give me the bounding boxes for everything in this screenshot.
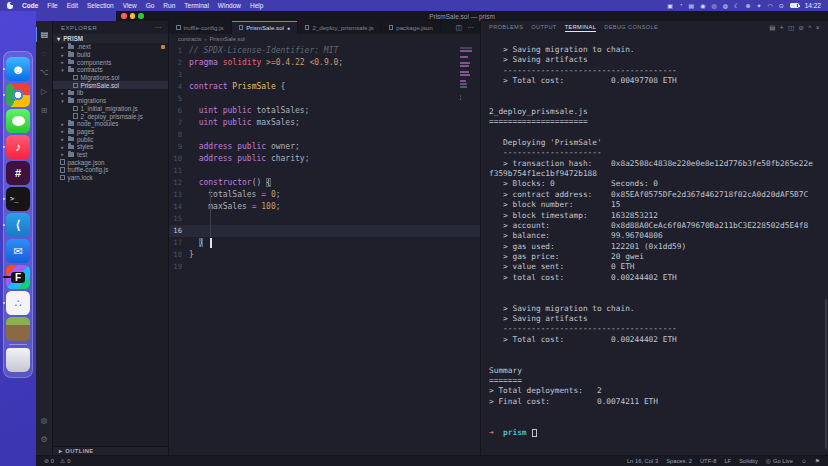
tab-truffle-config.js[interactable]: truffle-config.js [169, 21, 232, 34]
close-panel-icon[interactable]: × [816, 24, 820, 32]
apple-menu-icon[interactable] [7, 2, 13, 9]
project-section-header[interactable]: ▾ PRISM [53, 34, 168, 43]
tree-item-public[interactable]: ▸public [53, 135, 168, 143]
terminal-output[interactable]: > Saving migration to chain. > Saving ar… [481, 34, 828, 455]
control-center-icon[interactable]: ⊙ [779, 2, 784, 9]
keyboard-icon[interactable]: ▤ [689, 2, 695, 9]
dock-app-figma-icon[interactable]: F [6, 265, 30, 289]
menu-item-terminal[interactable]: Terminal [184, 2, 209, 9]
run-debug-icon[interactable]: ▷ [36, 84, 53, 99]
go-live[interactable]: ◎Go Live [766, 458, 793, 464]
tree-item-node_modules[interactable]: ▸node_modules [53, 120, 168, 128]
dock-app-mail-icon[interactable]: ✉ [6, 239, 30, 263]
account-icon[interactable]: ◍ [36, 413, 53, 428]
minimap[interactable] [460, 47, 478, 104]
kill-terminal-icon[interactable]: ⊘ [798, 24, 804, 32]
panel-tab-debug-console[interactable]: DEBUG CONSOLE [604, 24, 658, 31]
dock-app-messages-icon[interactable] [6, 109, 30, 133]
cursor-position[interactable]: Ln 16, Col 3 [627, 458, 658, 464]
split-terminal-icon[interactable]: ◫ [788, 24, 795, 32]
minimize-window-button[interactable] [130, 13, 136, 19]
bell-icon[interactable]: ⚑ [815, 458, 820, 464]
search-icon[interactable]: ◌ [36, 46, 53, 61]
chat-icon[interactable]: ◍ [723, 2, 728, 9]
layout-icon[interactable]: ▤ [769, 24, 776, 32]
outline-section[interactable]: ▸ OUTLINE [53, 446, 168, 455]
dock-app-chrome-icon[interactable] [6, 83, 30, 107]
tab-2_deploy_prismsale.js[interactable]: 2_deploy_prismsale.js [298, 21, 382, 34]
tree-item-migrations[interactable]: ▾migrations [53, 97, 168, 105]
dock-app-trash-icon[interactable] [6, 348, 30, 372]
menu-item-file[interactable]: File [47, 2, 57, 9]
explorer-icon[interactable]: ▤ [36, 27, 53, 42]
record-icon[interactable]: ◉ [700, 2, 705, 9]
menu-item-code[interactable]: Code [22, 2, 38, 9]
tab-package.json[interactable]: package.json [382, 21, 441, 34]
menu-item-help[interactable]: Help [250, 2, 263, 9]
tree-item-1_initial_migration.js[interactable]: 1_initial_migration.js [53, 105, 168, 113]
maximize-panel-icon[interactable]: ^ [808, 24, 811, 32]
tree-item-lib[interactable]: ▸lib [53, 89, 168, 97]
language-mode[interactable]: Solidity [739, 458, 758, 464]
tree-item-components[interactable]: ▸components [53, 58, 168, 66]
stats-icon[interactable]: ◔ [679, 2, 683, 9]
shortcuts-icon[interactable]: ✦ [756, 2, 761, 9]
tree-item-contracts[interactable]: ▾contracts [53, 66, 168, 74]
menu-item-edit[interactable]: Edit [67, 2, 78, 9]
encoding[interactable]: UTF-8 [700, 458, 716, 464]
terminal-scrollbar[interactable] [825, 299, 828, 449]
tree-item-truffle-config.js[interactable]: truffle-config.js [53, 166, 168, 174]
tree-item-PrismSale.sol[interactable]: PrismSale.sol [53, 81, 168, 89]
tree-item-build[interactable]: ▸build [53, 51, 168, 59]
split-editor-icon[interactable]: ◫ [455, 24, 462, 32]
tree-item-yarn.lock[interactable]: yarn.lock [53, 174, 168, 182]
screen-mirroring-icon[interactable]: ▣ [667, 2, 673, 9]
panel-tab-terminal[interactable]: TERMINAL [565, 24, 596, 31]
dock-app-finder-icon[interactable]: ☻ [6, 57, 30, 81]
breadcrumb-item[interactable]: PrismSale.sol [209, 36, 244, 42]
dock-app-vscode-icon[interactable]: ⟨ [6, 213, 30, 237]
eol[interactable]: LF [724, 458, 731, 464]
menu-item-view[interactable]: View [123, 2, 137, 9]
warnings-indicator[interactable]: ⚠0 [60, 458, 70, 464]
close-window-button[interactable] [121, 13, 127, 19]
tree-item-package.json[interactable]: package.json [53, 158, 168, 166]
app-status-icon[interactable]: ◎ [711, 2, 716, 9]
cancel-icon[interactable]: ⊗ [745, 2, 750, 9]
dock-app-purple-app-icon[interactable]: ∴ [6, 291, 30, 315]
tab-PrismSale.sol[interactable]: PrismSale.sol● [232, 21, 298, 34]
breadcrumb[interactable]: contracts›PrismSale.sol [169, 34, 480, 43]
tree-item-pages[interactable]: ▸pages [53, 128, 168, 136]
panel-tab-problems[interactable]: PROBLEMS [489, 24, 523, 31]
feedback-icon[interactable]: ☺ [801, 458, 807, 464]
indentation[interactable]: Spaces: 2 [666, 458, 692, 464]
extensions-icon[interactable]: ⊞ [36, 103, 53, 118]
errors-indicator[interactable]: ⊘0 [44, 458, 54, 464]
dock-app-terminal-icon[interactable]: >_ [6, 187, 30, 211]
do-not-disturb-icon[interactable]: ☾ [734, 2, 739, 9]
tree-item-.next[interactable]: ▸.next [53, 43, 168, 51]
new-terminal-icon[interactable]: + [780, 24, 784, 32]
tree-item-Migrations.sol[interactable]: Migrations.sol [53, 74, 168, 82]
breadcrumb-item[interactable]: contracts [178, 36, 202, 42]
dock-app-minecraft-icon[interactable] [6, 317, 30, 341]
menu-item-go[interactable]: Go [146, 2, 155, 9]
source-control-icon[interactable]: ⌥ [36, 65, 53, 80]
explorer-more-icon[interactable]: ⋯ [154, 24, 162, 32]
tree-item-styles[interactable]: ▸styles [53, 143, 168, 151]
wifi-icon[interactable]: ◠ [767, 2, 772, 9]
settings-gear-icon[interactable]: ⚙ [36, 432, 53, 447]
more-actions-icon[interactable]: ⋯ [467, 24, 474, 32]
tree-item-test[interactable]: ▸test [53, 151, 168, 159]
code-editor[interactable]: 1// SPDX-License-Identifier: MIT2pragma … [169, 43, 480, 455]
menu-item-run[interactable]: Run [163, 2, 175, 9]
tree-item-2_deploy_prismsale.js[interactable]: 2_deploy_prismsale.js [53, 112, 168, 120]
dock-app-music-icon[interactable]: ♪ [6, 135, 30, 159]
zoom-window-button[interactable] [138, 13, 144, 19]
menu-item-selection[interactable]: Selection [87, 2, 114, 9]
dock-app-slack-icon[interactable]: # [6, 161, 30, 185]
menu-clock[interactable]: 14:22 [805, 2, 821, 9]
battery-icon[interactable] [790, 3, 799, 8]
menu-item-window[interactable]: Window [218, 2, 241, 9]
panel-tab-output[interactable]: OUTPUT [531, 24, 556, 31]
